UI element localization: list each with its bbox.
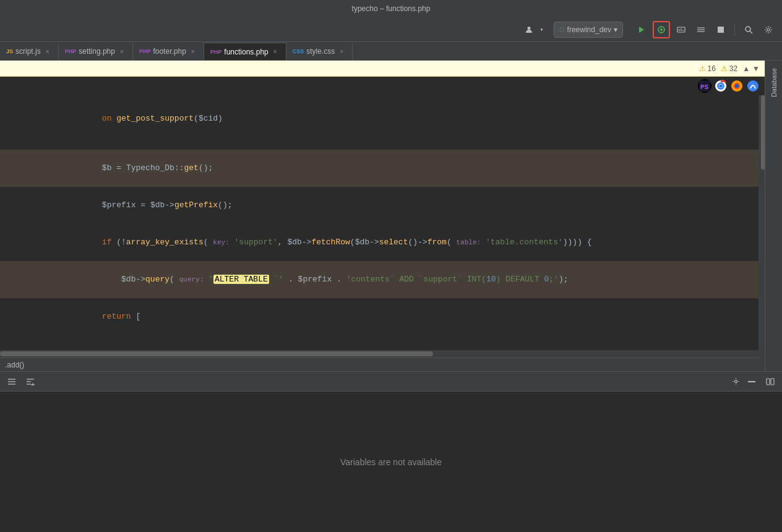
tab-close-setting-php[interactable]: × (118, 47, 126, 56)
branch-selector[interactable]: ⬡ freewind_dev ▾ (554, 22, 623, 38)
svg-point-16 (745, 27, 750, 32)
svg-text:PS: PS (700, 84, 709, 91)
line-content: $prefix = $db->getPrefix(); (25, 187, 754, 224)
code-line-highlighted: $b = Typecho_Db::get(); (0, 150, 758, 187)
warning-prev-button[interactable]: ▲ (742, 64, 750, 73)
h-scrollbar-thumb (0, 351, 433, 356)
code-line (0, 137, 758, 150)
breadcrumb-bar: .add() (0, 358, 758, 371)
tab-label-script-js: script.js (15, 47, 41, 56)
tab-close-style-css[interactable]: × (337, 47, 346, 56)
warning-count-1: ⚠ 16 (699, 64, 716, 73)
vertical-scrollbar-col[interactable] (758, 95, 765, 371)
panel-minimize-button[interactable] (745, 375, 758, 388)
warning-icon-1: ⚠ (699, 64, 706, 73)
chrome-icon[interactable] (714, 79, 728, 93)
user-button[interactable] (520, 21, 538, 38)
svg-point-37 (734, 380, 737, 383)
code-line: $prefix = $db->getPrefix(); (0, 187, 758, 224)
horizontal-scrollbar[interactable] (0, 350, 758, 358)
code-main-col: on get_post_support($cid) $b (0, 95, 758, 371)
svg-marker-1 (639, 27, 644, 33)
svg-rect-40 (771, 379, 774, 385)
line-content: $db->query( query: 'ALTER TABLE `' . $pr… (25, 261, 754, 298)
stop-button[interactable] (712, 21, 729, 38)
debug-button[interactable] (653, 21, 670, 38)
arc-icon[interactable] (746, 79, 760, 93)
tab-close-functions-php[interactable]: × (271, 48, 280, 56)
tab-close-script-js[interactable]: × (43, 47, 52, 56)
svg-line-17 (750, 31, 752, 33)
code-editor-row: on get_post_support($cid) $b (0, 95, 765, 371)
concurrency-button[interactable] (692, 21, 710, 38)
code-line: if (!array_key_exists( key: 'support', $… (0, 224, 758, 261)
warning-number-1: 16 (708, 64, 716, 73)
panel-add-button[interactable] (24, 375, 37, 388)
panel-settings-button[interactable] (729, 375, 742, 388)
code-area: ⚠ 16 ⚠ 32 ▲ ▼ PS (0, 61, 765, 371)
panel-toolbar-right (729, 375, 777, 388)
tab-icon-js: JS (6, 48, 13, 54)
main-area: ⚠ 16 ⚠ 32 ▲ ▼ PS (0, 61, 782, 371)
panel-empty-message: Variables are not available (340, 457, 442, 467)
tab-style-css[interactable]: CSS style.css × (286, 43, 353, 60)
coverage-button[interactable] (672, 21, 690, 38)
toolbar: ▾ ⬡ freewind_dev ▾ (0, 17, 782, 42)
svg-rect-39 (767, 379, 770, 385)
panel-list-button[interactable] (5, 375, 19, 388)
tab-label-style-css: style.css (306, 47, 335, 56)
title-bar: typecho – functions.php (0, 0, 782, 17)
sidebar-tab-database[interactable]: Database (768, 63, 780, 102)
panel-content: Variables are not available (0, 392, 782, 532)
tab-close-footer-php[interactable]: × (189, 47, 197, 56)
tab-setting-php[interactable]: PHP setting.php × (59, 43, 133, 60)
user-dropdown-arrow: ▾ (540, 26, 544, 33)
right-sidebar: Database (765, 61, 782, 371)
breadcrumb-text: .add() (5, 361, 24, 369)
tab-footer-php[interactable]: PHP footer.php × (133, 43, 204, 60)
firefox-icon[interactable] (730, 79, 744, 93)
tab-script-js[interactable]: JS script.js × (0, 43, 59, 60)
panel-area: Variables are not available (0, 371, 782, 532)
tab-icon-setting-php: PHP (65, 48, 77, 54)
search-button[interactable] (740, 21, 757, 38)
code-editor[interactable]: on get_post_support($cid) $b (0, 95, 758, 350)
branch-name: freewind_dev (567, 25, 611, 34)
svg-point-27 (735, 84, 739, 88)
tab-label-functions-php: functions.php (224, 48, 268, 56)
warning-count-2: ⚠ 32 (721, 64, 737, 73)
phpstorm-icon[interactable]: PS (698, 79, 711, 93)
scroll-thumb (761, 95, 765, 169)
svg-rect-15 (718, 27, 724, 33)
toolbar-separator (734, 24, 735, 36)
tab-functions-php[interactable]: PHP functions.php × (204, 43, 286, 60)
warning-icon-2: ⚠ (721, 64, 728, 73)
line-content: on get_post_support($cid) (25, 100, 754, 137)
run-button[interactable] (633, 21, 650, 38)
line-content: $b = Typecho_Db::get(); (25, 150, 754, 187)
line-content: if (!array_key_exists( key: 'support', $… (25, 224, 754, 261)
code-line: on get_post_support($cid) (0, 100, 758, 137)
code-line: 'icon' => 'icon-xin', (0, 335, 758, 350)
settings-button[interactable] (760, 21, 777, 38)
tab-icon-functions-php: PHP (210, 49, 222, 55)
panel-toolbar (0, 372, 782, 392)
warning-bar: ⚠ 16 ⚠ 32 ▲ ▼ (0, 61, 765, 77)
browser-icons-row: PS (0, 77, 765, 95)
tab-icon-style-css: CSS (293, 48, 304, 54)
code-line-alter-table: $db->query( query: 'ALTER TABLE `' . $pr… (0, 261, 758, 298)
tabs-bar: JS script.js × PHP setting.php × PHP foo… (0, 42, 782, 61)
svg-point-3 (660, 28, 663, 31)
tab-label-setting-php: setting.php (79, 47, 115, 56)
line-content: return [ (25, 298, 754, 335)
svg-rect-38 (748, 381, 755, 382)
svg-point-24 (720, 85, 723, 88)
tab-icon-footer-php: PHP (139, 48, 151, 54)
code-line: return [ (0, 298, 758, 335)
panel-toolbar-left (5, 375, 37, 388)
panel-layout-button[interactable] (763, 375, 777, 388)
warning-next-button[interactable]: ▼ (752, 64, 760, 73)
h-scrollbar-track (0, 351, 758, 356)
warning-number-2: 32 (729, 64, 737, 73)
warning-arrows: ▲ ▼ (742, 64, 760, 73)
